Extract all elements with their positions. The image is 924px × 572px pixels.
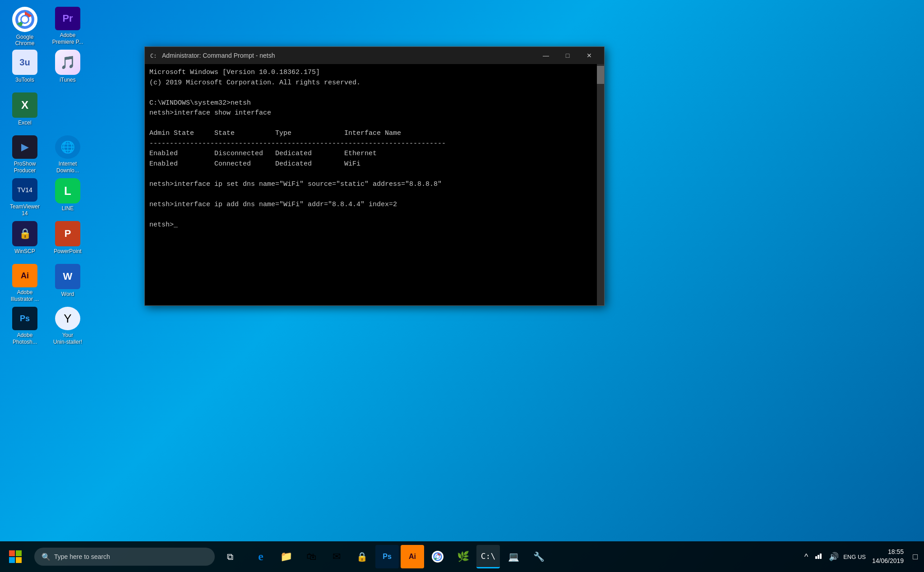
proshow-label: ProShowProducer bbox=[14, 161, 36, 174]
svg-rect-14 bbox=[815, 556, 817, 559]
desktop-icon-premiere[interactable]: Pr AdobePremiere P... bbox=[47, 5, 88, 47]
svg-rect-9 bbox=[16, 557, 22, 563]
vpn-icon[interactable]: 🔒 bbox=[350, 545, 374, 568]
teamviewer-label: TeamViewer14 bbox=[10, 203, 40, 217]
3utools-label: 3uTools bbox=[15, 77, 34, 83]
remote-icon[interactable]: 💻 bbox=[502, 545, 525, 568]
desktop-icon-line[interactable]: L LINE bbox=[47, 176, 88, 219]
cmd-window: C: Administrator: Command Prompt - netsh… bbox=[144, 46, 605, 306]
desktop-icon-chrome[interactable]: Google Chrome bbox=[5, 5, 45, 47]
word-label: Word bbox=[61, 291, 74, 297]
cmd-window-controls: — □ ✕ bbox=[536, 49, 600, 62]
search-icon: 🔍 bbox=[42, 553, 51, 561]
cmd-icon: C: bbox=[149, 51, 158, 60]
chrome-label: Google Chrome bbox=[7, 34, 43, 47]
idm-label: InternetDownlo... bbox=[56, 161, 79, 174]
svg-point-13 bbox=[436, 555, 439, 558]
task-view-button[interactable]: ⧉ bbox=[218, 545, 242, 568]
itunes-label: iTunes bbox=[60, 77, 76, 83]
cmd-title: Administrator: Command Prompt - netsh bbox=[162, 52, 536, 59]
clock-date: 14/06/2019 bbox=[872, 557, 904, 566]
svg-rect-7 bbox=[16, 550, 22, 556]
mail-icon[interactable]: ✉ bbox=[325, 545, 348, 568]
line-label: LINE bbox=[62, 205, 74, 212]
network-icon[interactable] bbox=[813, 550, 824, 564]
ms-store-icon[interactable]: 🛍 bbox=[300, 545, 323, 568]
search-text: Type here to search bbox=[54, 553, 110, 560]
excel-label: Excel bbox=[18, 120, 31, 126]
desktop-icon-powerpoint[interactable]: P PowerPoint bbox=[47, 219, 88, 262]
cmd-titlebar: C: Administrator: Command Prompt - netsh… bbox=[145, 47, 604, 64]
svg-point-3 bbox=[22, 16, 28, 23]
taskbar: 🔍 Type here to search ⧉ e 📁 🛍 ✉ 🔒 bbox=[0, 541, 924, 572]
svg-rect-16 bbox=[820, 554, 822, 559]
winscp-label: WinSCP bbox=[14, 248, 35, 254]
desktop-icon-winscp[interactable]: 🔒 WinSCP bbox=[5, 219, 45, 262]
green-app-icon[interactable]: 🌿 bbox=[451, 545, 475, 568]
desktop-icon-itunes[interactable]: 🎵 iTunes bbox=[47, 47, 88, 90]
premiere-label: AdobePremiere P... bbox=[52, 32, 83, 45]
search-box[interactable]: 🔍 Type here to search bbox=[34, 548, 215, 566]
desktop-icon-3utools[interactable]: 3u 3uTools bbox=[5, 47, 45, 90]
ps-taskbar-icon[interactable]: Ps bbox=[375, 545, 399, 568]
chrome-taskbar-icon[interactable] bbox=[426, 545, 449, 568]
svg-text:C:: C: bbox=[150, 53, 157, 59]
taskbar-right: ^ 🔊 ENG US 18:55 14/06/2019 □ bbox=[803, 548, 924, 565]
illustrator-label: AdobeIllustrator ... bbox=[11, 289, 39, 302]
file-explorer-icon[interactable]: 📁 bbox=[274, 545, 298, 568]
powerpoint-label: PowerPoint bbox=[54, 248, 81, 254]
desktop-icon-uninstaller[interactable]: Y YourUnin-staller! bbox=[47, 304, 88, 347]
cmd-output: Microsoft Windows [Version 10.0.18362.17… bbox=[149, 68, 600, 230]
ai-taskbar-icon[interactable]: Ai bbox=[401, 545, 424, 568]
desktop-icon-word[interactable]: W Word bbox=[47, 262, 88, 304]
notification-icon[interactable]: □ bbox=[911, 550, 919, 563]
maximize-button[interactable]: □ bbox=[557, 49, 578, 62]
edge-icon[interactable]: e bbox=[249, 545, 273, 568]
photoshop-label: AdobePhotosh... bbox=[13, 332, 37, 345]
cmd-body[interactable]: Microsoft Windows [Version 10.0.18362.17… bbox=[145, 64, 604, 305]
scrollbar-thumb[interactable] bbox=[597, 66, 604, 84]
svg-rect-6 bbox=[9, 550, 15, 556]
cmd-taskbar-icon[interactable]: C:\ bbox=[476, 545, 500, 568]
tools-icon[interactable]: 🔧 bbox=[527, 545, 550, 568]
desktop-icon-idm[interactable]: 🌐 InternetDownlo... bbox=[47, 133, 88, 176]
minimize-button[interactable]: — bbox=[536, 49, 556, 62]
desktop-icon-photoshop[interactable]: Ps AdobePhotosh... bbox=[5, 304, 45, 347]
desktop: Google Chrome Pr AdobePremiere P... 3u 3… bbox=[0, 0, 924, 572]
svg-rect-15 bbox=[818, 555, 819, 559]
clock-time: 18:55 bbox=[888, 548, 904, 557]
clock[interactable]: 18:55 14/06/2019 bbox=[872, 548, 908, 565]
desktop-icons-container: Google Chrome Pr AdobePremiere P... 3u 3… bbox=[5, 5, 90, 347]
desktop-icon-illustrator[interactable]: Ai AdobeIllustrator ... bbox=[5, 262, 45, 304]
uninstaller-label: YourUnin-staller! bbox=[53, 332, 82, 345]
desktop-icon-excel[interactable]: X Excel bbox=[5, 90, 45, 133]
desktop-icon-teamviewer[interactable]: TV14 TeamViewer14 bbox=[5, 176, 45, 219]
start-button[interactable] bbox=[0, 541, 31, 572]
volume-icon[interactable]: 🔊 bbox=[827, 550, 841, 563]
desktop-icon-proshow[interactable]: ▶ ProShowProducer bbox=[5, 133, 45, 176]
language-indicator[interactable]: ENG US bbox=[843, 554, 866, 560]
taskbar-apps: e 📁 🛍 ✉ 🔒 Ps Ai bbox=[249, 545, 550, 568]
close-button[interactable]: ✕ bbox=[579, 49, 600, 62]
svg-rect-8 bbox=[9, 557, 15, 563]
tray-arrow[interactable]: ^ bbox=[803, 550, 810, 563]
scrollbar[interactable] bbox=[597, 64, 604, 305]
